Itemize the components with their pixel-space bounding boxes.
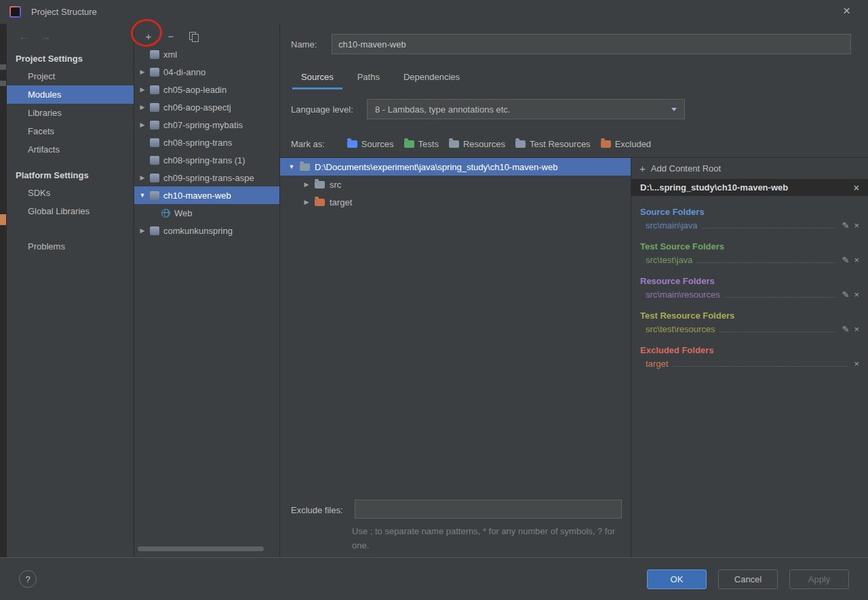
module-icon [150,226,159,235]
content-root-header-path: D:\...spring_study\ch10-maven-web [640,182,788,193]
footer-buttons: OK Cancel Apply [647,569,849,589]
mark-tests-button[interactable]: Tests [404,139,439,149]
sidebar-item-problems[interactable]: Problems [7,237,134,256]
module-tree-item[interactable]: xml [134,45,279,63]
unmark-folder-icon[interactable]: × [854,255,859,265]
add-content-root-button[interactable]: + Add Content Root [631,158,868,179]
sidebar-item-modules[interactable]: Modules [7,85,134,104]
exclude-files-input[interactable] [355,500,622,519]
modules-panel: + − xml ▶ 04-di-anno ▶ ch05-aop-leadin ▶ [134,24,280,557]
mark-test-resources-label: Test Resources [530,139,591,149]
mark-resources-button[interactable]: Resources [449,139,505,149]
chevron-right-icon[interactable]: ▶ [139,104,146,111]
content-root-row-selected[interactable]: ▼ D:\Documents\experiment\java\spring_st… [280,158,631,176]
tab-sources[interactable]: Sources [292,67,342,89]
content-root-path-text: D:\Documents\experiment\java\spring_stud… [315,162,557,172]
unmark-folder-icon[interactable]: × [854,359,859,369]
edit-folder-icon[interactable]: ✎ [842,220,850,231]
content-root-tree: ▼ D:\Documents\experiment\java\spring_st… [280,157,631,557]
exclude-files-hint: Use ; to separate name patterns, * for a… [352,524,620,553]
folder-sections: Source Folders src\main\java ✎ × Test So… [631,207,868,369]
module-icon [150,68,159,77]
folder-icon [315,181,325,188]
module-tree-item[interactable]: ▶ comkunkunspring [134,222,279,239]
mark-sources-button[interactable]: Sources [347,139,394,149]
chevron-down-icon[interactable]: ▼ [288,163,295,170]
module-editor: Name: Sources Paths Dependencies Languag… [280,24,868,557]
module-icon [150,121,159,129]
dotted-leader [696,262,835,263]
edit-folder-icon[interactable]: ✎ [842,255,850,265]
language-level-select[interactable]: 8 - Lambdas, type annotations etc. [367,99,685,119]
content-root-header[interactable]: D:\...spring_study\ch10-maven-web × [631,179,868,196]
folder-name: src [330,180,341,190]
unmark-folder-icon[interactable]: × [854,220,859,231]
web-facet-icon [161,209,170,218]
unmark-folder-icon[interactable]: × [854,324,859,334]
tab-paths[interactable]: Paths [349,67,389,89]
tab-dependencies[interactable]: Dependencies [395,67,469,89]
module-icon [150,191,159,200]
sidebar-item-sdks[interactable]: SDKs [7,184,134,202]
add-module-button[interactable]: + [142,31,155,43]
module-name: ch06-aop-aspectj [163,102,231,113]
close-icon[interactable]: × [843,3,850,18]
forward-icon[interactable]: → [41,31,51,42]
module-tree-item[interactable]: ch08-spring-trans (1) [134,151,279,169]
edit-folder-icon[interactable]: ✎ [842,324,850,334]
sidebar-item-global-libraries[interactable]: Global Libraries [7,202,134,220]
module-tree-item[interactable]: ▶ ch05-aop-leadin [134,81,279,98]
module-tree-item[interactable]: ch08-spring-trans [134,134,279,151]
chevron-right-icon[interactable]: ▶ [139,68,146,75]
cancel-button[interactable]: Cancel [718,569,778,589]
mark-excluded-button[interactable]: Excluded [601,139,651,149]
mark-tests-label: Tests [418,139,439,149]
mark-as-row: Mark as: Sources Tests Resources Test Re… [291,139,651,149]
dotted-leader [672,366,848,367]
apply-button[interactable]: Apply [789,569,849,589]
remove-content-root-icon[interactable]: × [854,182,859,193]
chevron-right-icon[interactable]: ▶ [139,174,146,181]
module-tree-item[interactable]: ▶ ch09-spring-trans-aspe [134,169,279,186]
sidebar-item-artifacts[interactable]: Artifacts [7,140,134,159]
horizontal-scrollbar[interactable] [138,546,264,551]
module-tree-item[interactable]: ▶ 04-di-anno [134,63,279,81]
edit-folder-icon[interactable]: ✎ [842,289,850,300]
chevron-right-icon[interactable]: ▶ [303,199,310,205]
folder-path: src\main\resources [646,289,720,300]
sidebar-item-facets[interactable]: Facets [7,122,134,140]
module-icon [150,156,159,165]
module-tree-item[interactable]: ▶ ch07-spring-mybatis [134,116,279,134]
chevron-right-icon[interactable]: ▶ [139,121,146,128]
help-button[interactable]: ? [19,570,37,588]
module-tree-item[interactable]: ▶ ch06-aop-aspectj [134,98,279,116]
module-icon [150,138,159,147]
module-name: ch10-maven-web [163,191,231,201]
chevron-right-icon[interactable]: ▶ [303,181,310,188]
language-level-label: Language level: [291,104,353,115]
ok-button[interactable]: OK [647,569,707,589]
module-name: 04-di-anno [163,67,205,77]
chevron-right-icon[interactable]: ▶ [139,227,146,234]
folder-path: src\test\java [646,255,692,265]
background-fragment [0,214,6,225]
copy-module-button[interactable] [187,31,199,43]
chevron-down-icon[interactable]: ▼ [139,192,146,199]
content-tree-row[interactable]: ▶ src [280,176,631,193]
back-icon[interactable]: ← [18,31,28,42]
sidebar-item-project[interactable]: Project [7,67,134,85]
excluded-folder-icon [601,140,611,148]
test-source-folder-item: src\test\java ✎ × [640,255,859,265]
module-tree-item[interactable]: Web [134,204,279,222]
folder-path: src\main\java [646,220,698,231]
folder-path: target [646,359,668,369]
mark-test-resources-button[interactable]: Test Resources [515,139,591,149]
test-source-folders-header: Test Source Folders [640,241,859,252]
remove-module-button[interactable]: − [165,31,177,43]
unmark-folder-icon[interactable]: × [854,289,859,300]
content-tree-row[interactable]: ▶ target [280,193,631,211]
module-name-input[interactable] [332,34,851,54]
chevron-right-icon[interactable]: ▶ [139,86,146,93]
sidebar-item-libraries[interactable]: Libraries [7,104,134,122]
module-tree-item-selected[interactable]: ▼ ch10-maven-web [134,186,279,204]
